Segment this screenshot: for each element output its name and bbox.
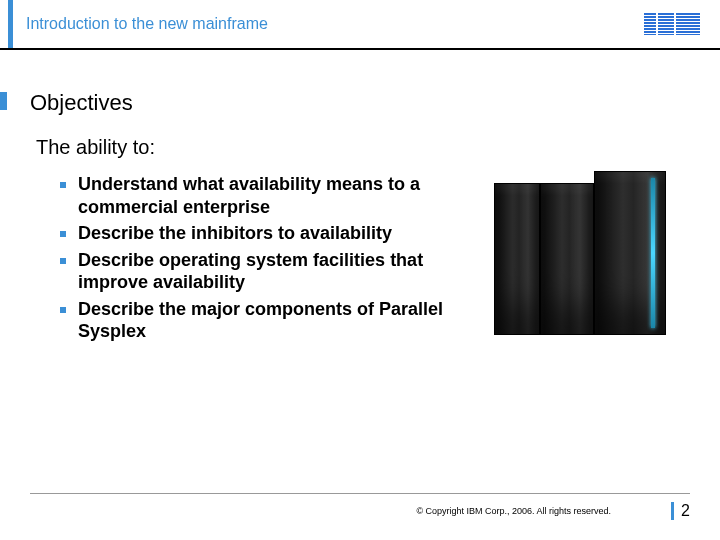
svg-rect-4 — [644, 25, 700, 27]
svg-rect-5 — [644, 28, 700, 30]
bullet-list: Understand what availability means to a … — [30, 173, 480, 347]
slide-title: Objectives — [30, 90, 690, 116]
svg-rect-9 — [674, 13, 676, 35]
svg-rect-3 — [644, 22, 700, 24]
list-item: Describe operating system facilities tha… — [60, 249, 480, 294]
svg-rect-0 — [644, 13, 700, 15]
header-title: Introduction to the new mainframe — [20, 15, 268, 33]
page-number: 2 — [671, 502, 690, 520]
list-item: Describe the inhibitors to availability — [60, 222, 480, 245]
svg-rect-8 — [656, 13, 658, 35]
mainframe-image — [490, 173, 680, 343]
copyright-text: © Copyright IBM Corp., 2006. All rights … — [416, 506, 611, 516]
slide-subtitle: The ability to: — [36, 136, 690, 159]
svg-rect-1 — [644, 16, 700, 18]
svg-rect-7 — [644, 34, 700, 35]
list-item: Describe the major components of Paralle… — [60, 298, 480, 343]
svg-rect-2 — [644, 19, 700, 21]
list-item: Understand what availability means to a … — [60, 173, 480, 218]
svg-rect-6 — [644, 31, 700, 33]
ibm-logo — [644, 13, 700, 35]
